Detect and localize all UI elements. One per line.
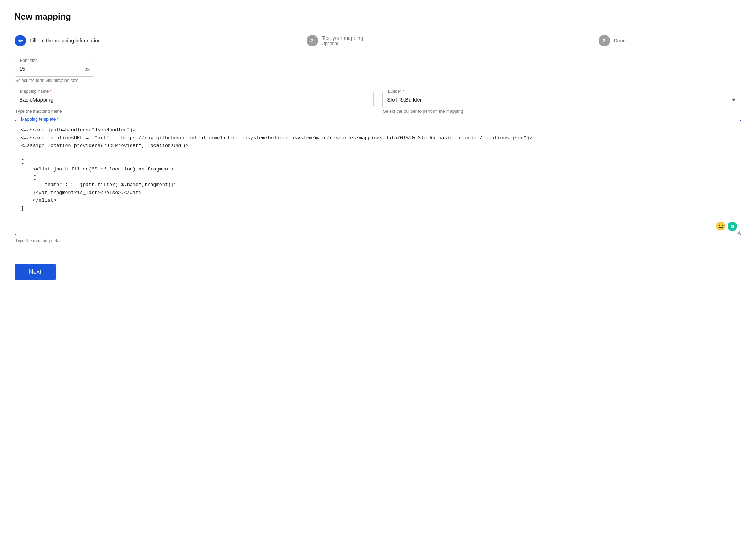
builder-select-wrapper: SloTRxBuilder DefaultBuilder ▾: [387, 95, 737, 104]
builder-hint: Select the builder to perform the mappin…: [383, 109, 741, 114]
step-3-label-main: Done: [614, 38, 626, 44]
mapping-template-section: Mapping template * <#assign jpath=handle…: [15, 120, 741, 243]
font-size-field-wrapper: Font size 15 px: [15, 61, 94, 77]
step-2-label-main: Test your mapping: [322, 35, 363, 41]
stepper: ✏ Fill out the mapping information 2 Tes…: [15, 35, 741, 46]
step-3-label: Done: [614, 38, 626, 44]
next-button[interactable]: Next: [15, 264, 56, 280]
step-1-label: Fill out the mapping information: [30, 38, 100, 44]
step-1: ✏ Fill out the mapping information: [15, 35, 157, 46]
builder-select[interactable]: SloTRxBuilder DefaultBuilder: [387, 95, 737, 104]
resize-handle-icon[interactable]: ◢: [737, 230, 740, 234]
font-size-section: Font size 15 px Select the form visualiz…: [15, 61, 741, 83]
font-size-label: Font size: [19, 58, 39, 63]
step-2: 2 Test your mapping Optional: [307, 35, 449, 46]
mapping-name-hint: Type the mapping name: [15, 109, 374, 114]
mapping-name-section: Mapping name * Type the mapping name: [15, 92, 374, 114]
step-3: 3 Done: [599, 35, 741, 46]
mapping-name-label: Mapping name *: [19, 89, 53, 94]
step-2-circle: 2: [307, 35, 318, 46]
builder-label: Builder *: [386, 89, 406, 94]
font-size-input[interactable]: 15: [19, 64, 79, 73]
font-size-suffix: px: [84, 66, 90, 72]
font-size-hint: Select the form visualization size: [15, 78, 741, 83]
mapping-template-hint: Type the mapping details: [15, 238, 741, 243]
pencil-icon: ✏: [18, 37, 23, 44]
step-connector-1: [160, 41, 303, 41]
mapping-name-input[interactable]: [19, 95, 369, 104]
builder-section: Builder * SloTRxBuilder DefaultBuilder ▾…: [382, 92, 741, 114]
neutral-face-icon: 😐: [716, 222, 726, 231]
mapping-template-label: Mapping template *: [20, 117, 60, 122]
mapping-name-field-wrapper: Mapping name *: [15, 92, 374, 107]
builder-field-wrapper: Builder * SloTRxBuilder DefaultBuilder ▾: [382, 92, 741, 107]
step-connector-2: [452, 41, 595, 41]
step-2-label: Test your mapping Optional: [322, 35, 363, 46]
mapping-template-textarea[interactable]: <#assign jpath=handlers("JsonHandler")> …: [21, 126, 735, 228]
grammarly-icon: G: [728, 222, 737, 231]
name-builder-row: Mapping name * Type the mapping name Bui…: [15, 92, 741, 114]
step-1-label-main: Fill out the mapping information: [30, 38, 100, 44]
step-2-label-sub: Optional: [322, 41, 363, 46]
mapping-template-wrapper: Mapping template * <#assign jpath=handle…: [15, 120, 741, 235]
template-icons-area: 😐 G: [716, 222, 737, 231]
step-3-circle: 3: [599, 35, 610, 46]
step-1-circle: ✏: [15, 35, 26, 46]
page-title: New mapping: [15, 12, 741, 22]
